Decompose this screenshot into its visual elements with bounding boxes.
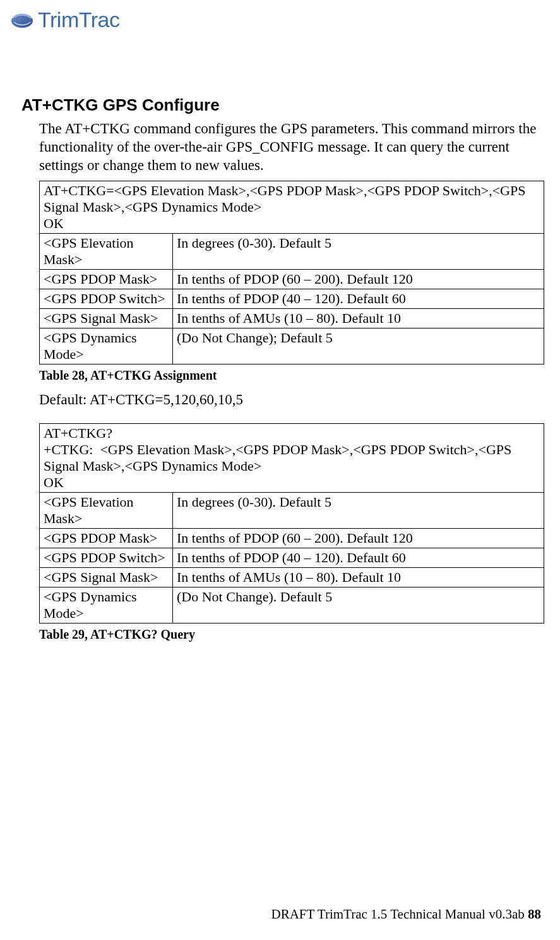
trimtrac-icon: [10, 12, 34, 28]
param-desc: In tenths of PDOP (40 – 120). Default 60: [173, 289, 544, 309]
section-title: AT+CTKG GPS Configure: [21, 95, 541, 115]
param-desc: In tenths of PDOP (40 – 120). Default 60: [173, 548, 544, 568]
param-desc: In degrees (0-30). Default 5: [173, 493, 544, 529]
param-desc: (Do Not Change). Default 5: [173, 588, 544, 624]
table-row: <GPS PDOP Switch>In tenths of PDOP (40 –…: [40, 548, 544, 568]
table-row: <GPS Signal Mask>In tenths of AMUs (10 –…: [40, 568, 544, 588]
section-intro: The AT+CTKG command configures the GPS p…: [39, 120, 541, 174]
table-row: <GPS PDOP Mask>In tenths of PDOP (60 – 2…: [40, 270, 544, 289]
param-desc: In tenths of AMUs (10 – 80). Default 10: [173, 309, 544, 328]
table2-header: AT+CTKG? +CTKG: <GPS Elevation Mask>,<GP…: [40, 424, 544, 493]
svg-point-0: [11, 14, 33, 28]
param-name: <GPS PDOP Mask>: [40, 270, 173, 289]
table2-caption: Table 29, AT+CTKG? Query: [39, 627, 541, 642]
param-name: <GPS Elevation Mask>: [40, 493, 173, 529]
table1-header: AT+CTKG=<GPS Elevation Mask>,<GPS PDOP M…: [40, 181, 544, 234]
table-row: <GPS Dynamics Mode>(Do Not Change). Defa…: [40, 588, 544, 624]
page-footer: DRAFT TrimTrac 1.5 Technical Manual v0.3…: [271, 907, 541, 922]
param-desc: In degrees (0-30). Default 5: [173, 234, 544, 270]
default-line: Default: AT+CTKG=5,120,60,10,5: [39, 392, 541, 408]
param-desc: In tenths of AMUs (10 – 80). Default 10: [173, 568, 544, 588]
page-number: 88: [528, 907, 541, 922]
table-query: AT+CTKG? +CTKG: <GPS Elevation Mask>,<GP…: [39, 423, 544, 624]
param-name: <GPS Dynamics Mode>: [40, 328, 173, 365]
param-desc: (Do Not Change); Default 5: [173, 328, 544, 365]
param-name: <GPS Elevation Mask>: [40, 234, 173, 270]
param-desc: In tenths of PDOP (60 – 200). Default 12…: [173, 270, 544, 289]
footer-text: DRAFT TrimTrac 1.5 Technical Manual v0.3…: [271, 907, 528, 922]
param-name: <GPS Signal Mask>: [40, 568, 173, 588]
table-row: <GPS Dynamics Mode>(Do Not Change); Defa…: [40, 328, 544, 365]
table-assignment: AT+CTKG=<GPS Elevation Mask>,<GPS PDOP M…: [39, 181, 544, 365]
param-name: <GPS PDOP Mask>: [40, 529, 173, 548]
table-row: <GPS Signal Mask>In tenths of AMUs (10 –…: [40, 309, 544, 328]
table-row: <GPS PDOP Switch>In tenths of PDOP (40 –…: [40, 289, 544, 309]
param-name: <GPS PDOP Switch>: [40, 289, 173, 309]
brand-logo: TrimTrac: [10, 8, 541, 32]
table-row: <GPS Elevation Mask>In degrees (0-30). D…: [40, 234, 544, 270]
param-name: <GPS Dynamics Mode>: [40, 588, 173, 624]
table-row: <GPS Elevation Mask>In degrees (0-30). D…: [40, 493, 544, 529]
param-name: <GPS Signal Mask>: [40, 309, 173, 328]
brand-name: TrimTrac: [38, 8, 119, 32]
param-name: <GPS PDOP Switch>: [40, 548, 173, 568]
table-row: <GPS PDOP Mask>In tenths of PDOP (60 – 2…: [40, 529, 544, 548]
param-desc: In tenths of PDOP (60 – 200). Default 12…: [173, 529, 544, 548]
table1-caption: Table 28, AT+CTKG Assignment: [39, 368, 541, 383]
